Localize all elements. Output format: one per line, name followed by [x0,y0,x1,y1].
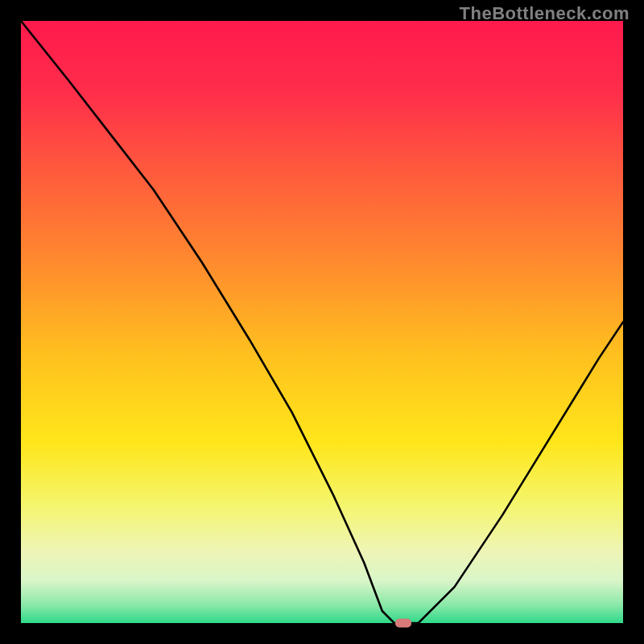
bottleneck-curve [21,21,623,623]
watermark-text: TheBottleneck.com [460,3,630,24]
plot-area [21,21,623,623]
optimal-point-marker [395,619,411,628]
